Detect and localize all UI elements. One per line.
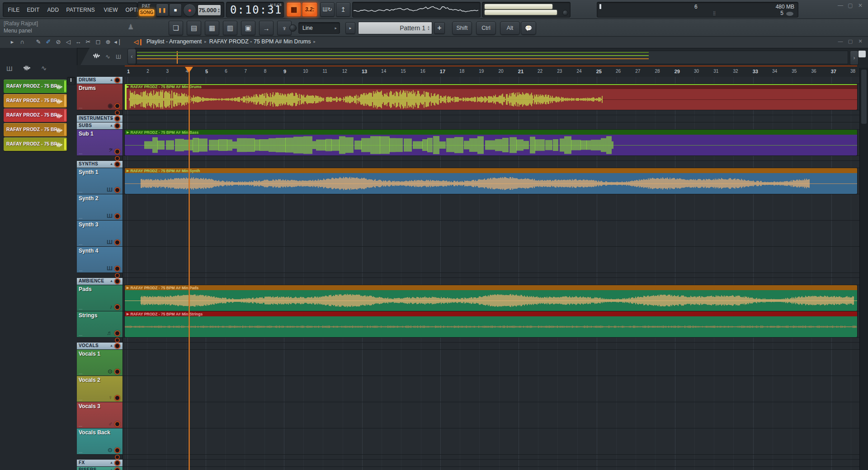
mute-led[interactable] — [115, 156, 120, 161]
step-sequencer-button[interactable]: ▤ — [187, 21, 201, 35]
track-lane[interactable] — [123, 247, 868, 273]
track-lane[interactable] — [123, 350, 868, 376]
track-header[interactable] — [77, 455, 123, 459]
picker-tab-waveform[interactable] — [24, 65, 30, 72]
magnet-icon[interactable]: ∩ — [17, 38, 27, 45]
track-header[interactable]: Vocals 1...⊙ — [77, 350, 123, 376]
pattern-item-3[interactable]: RAFAY PRODZ - 75 BP.. — [4, 108, 67, 122]
track-header[interactable] — [77, 110, 123, 115]
group-row-ambience[interactable]: AMBIENCE▴ — [77, 278, 868, 285]
track-row-vocals-1[interactable]: Vocals 1...⊙ — [77, 350, 868, 376]
mute-led[interactable] — [114, 447, 120, 453]
piano-roll-button[interactable]: ▦ — [205, 21, 219, 35]
mute-led[interactable] — [114, 116, 120, 122]
pat-toggle[interactable]: PAT — [139, 4, 153, 9]
audio-clip-drums[interactable]: ▶RAFAY PRODZ - 75 BPM A# Min Drums — [125, 84, 857, 110]
timeline-ruler[interactable]: 1234567891011121314151617181920212223242… — [77, 67, 868, 77]
track-header[interactable]: Vocals Back...⊙ — [77, 428, 123, 454]
track-header[interactable]: Synth 2...Ш — [77, 194, 123, 220]
breadcrumb-segment-1[interactable]: RAFAY PRODZ - 75 BPM A# Min Drums — [209, 38, 311, 45]
track-lane[interactable] — [123, 110, 868, 115]
group-row-subs[interactable]: SUBS▴ — [77, 122, 868, 130]
spacer-row[interactable] — [77, 110, 868, 115]
maximize-button[interactable]: ▢ — [845, 38, 855, 44]
mute-led[interactable] — [114, 161, 120, 167]
mute-led[interactable] — [114, 343, 120, 349]
mute-led[interactable] — [114, 278, 120, 284]
playhead-marker[interactable] — [185, 67, 193, 73]
pattern-item-1[interactable]: RAFAY PRODZ - 75 BP.. — [4, 80, 67, 93]
track-lane[interactable] — [123, 122, 868, 129]
track-row-synth-4[interactable]: Synth 4...Ш — [77, 247, 868, 273]
track-header[interactable] — [77, 273, 123, 277]
track-header[interactable]: Strings...♬ — [77, 311, 123, 337]
track-header[interactable]: Vocals 2...♀ — [77, 376, 123, 402]
pattern-selector[interactable]: Pattern 1 ▲▼ — [358, 22, 432, 34]
track-row-vocals-2[interactable]: Vocals 2...♀ — [77, 376, 868, 402]
stretch-icon[interactable]: ↔ — [73, 38, 83, 45]
track-lane[interactable] — [123, 402, 868, 428]
plugin-picker-button[interactable]: ▣ — [241, 21, 255, 35]
vscroll-thumb[interactable] — [861, 70, 867, 124]
track-lane[interactable]: ▶RAFAY PRODZ - 75 BPM A# Min Pads — [123, 285, 868, 311]
file-button[interactable]: ❏ — [169, 21, 183, 35]
collapse-left-button[interactable]: ‹ — [127, 49, 136, 64]
mute-led[interactable] — [114, 304, 120, 310]
song-toggle[interactable]: SONG — [139, 9, 155, 16]
modifier-shift[interactable]: Shift — [452, 21, 472, 35]
mute-led[interactable] — [115, 455, 120, 460]
group-header[interactable]: AMBIENCE▴ — [77, 278, 123, 285]
hscroll-handle[interactable] — [859, 51, 866, 57]
typing-to-piano-button[interactable]: Ш↻ — [320, 2, 335, 17]
track-lane[interactable] — [123, 161, 868, 168]
modifier-alt[interactable]: Alt — [500, 21, 520, 35]
minimize-button[interactable]: — — [835, 2, 845, 9]
brush-icon[interactable]: ✐ — [43, 38, 53, 45]
slice-icon[interactable]: ✂ — [83, 38, 93, 45]
group-header[interactable]: RISERS▴ — [77, 467, 123, 470]
mute-led[interactable] — [114, 266, 120, 272]
mute-icon[interactable]: ◁ — [63, 38, 73, 45]
group-row-instruments[interactable]: INSTRUMENTS▴ — [77, 115, 868, 122]
statue-icon[interactable]: ♟ — [127, 23, 134, 31]
spacer-row[interactable] — [77, 338, 868, 343]
group-row-risers[interactable]: RISERS▴ — [77, 467, 868, 470]
track-header[interactable]: Pads...♪ — [77, 285, 123, 311]
group-header[interactable]: VOCALS▴ — [77, 343, 123, 349]
track-header[interactable] — [77, 156, 123, 160]
song-overview[interactable] — [137, 51, 848, 64]
bar-beat-display[interactable]: 3.2: — [302, 2, 317, 17]
monitor-knob[interactable] — [289, 24, 297, 32]
picker-tab-piano[interactable]: Ш — [6, 65, 13, 72]
track-row-vocals-back[interactable]: Vocals Back...⊙ — [77, 428, 868, 455]
track-lane[interactable] — [123, 343, 868, 349]
audio-clip-synth-1[interactable]: ▶RAFAY PRODZ - 75 BPM A# Min Synth — [125, 168, 857, 194]
track-lane[interactable] — [123, 77, 868, 84]
keyboard-piano-toggle[interactable]: ▦ — [287, 2, 301, 17]
playlist-tab-automation[interactable]: ∿ — [105, 53, 110, 60]
group-header[interactable]: SYNTHS▴ — [77, 161, 123, 168]
mute-led[interactable] — [114, 123, 120, 129]
track-header[interactable]: Sub 1...𝄢 — [77, 130, 123, 155]
track-row-pads[interactable]: Pads...♪▶RAFAY PRODZ - 75 BPM A# Min Pad… — [77, 285, 868, 311]
group-header[interactable]: FX▴ — [77, 460, 123, 466]
pattern-item-4[interactable]: RAFAY PRODZ - 75 BP.. — [4, 123, 67, 136]
menu-item-file[interactable]: FILE — [5, 3, 23, 17]
stop-button[interactable]: ■ — [169, 4, 182, 16]
track-lane[interactable] — [123, 376, 868, 402]
picker-scrollbox[interactable] — [67, 77, 75, 85]
spacer-row[interactable] — [77, 273, 868, 278]
pattern-item-2[interactable]: RAFAY PRODZ - 75 BP.. — [4, 94, 67, 108]
track-row-strings[interactable]: Strings...♬▶RAFAY PRODZ - 75 BPM A# Min … — [77, 311, 868, 338]
mute-led[interactable] — [114, 149, 120, 155]
track-lane[interactable] — [123, 467, 868, 470]
pause-button[interactable]: ❚❚ — [156, 4, 169, 16]
spacer-row[interactable] — [77, 156, 868, 161]
audio-clip-strings[interactable]: ▶RAFAY PRODZ - 75 BPM A# Min Strings — [125, 311, 857, 337]
mixer-button[interactable]: ▥ — [223, 21, 237, 35]
menu-item-add[interactable]: ADD — [44, 3, 62, 17]
help-button[interactable]: 💬 ? — [521, 21, 536, 35]
mute-led[interactable] — [115, 338, 120, 343]
track-lane[interactable]: ▶RAFAY PRODZ - 75 BPM A# Min Drums — [123, 84, 868, 110]
close-button[interactable]: ✕ — [855, 38, 865, 44]
